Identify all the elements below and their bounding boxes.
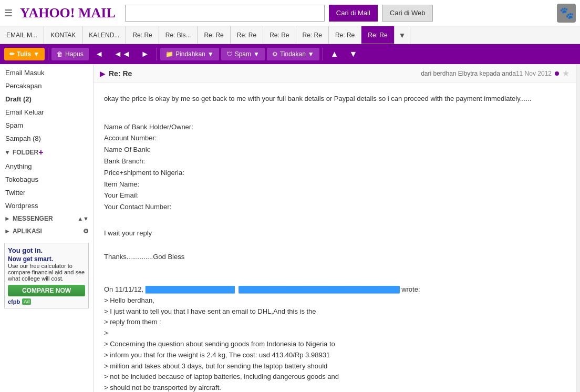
ad-text: Use our free calculator to compare finan… bbox=[8, 263, 85, 282]
tab-re-re-2[interactable]: Re: Re bbox=[198, 26, 230, 44]
down-button[interactable]: ▼ bbox=[345, 47, 362, 61]
email-area: ▶ Re: Re dari berdhan Elbytra kepada and… bbox=[94, 64, 576, 392]
sidebar-label-email-keluar: Email Keluar bbox=[5, 108, 44, 116]
shield-icon: 🛡 bbox=[226, 50, 233, 58]
compose-icon: ✏ bbox=[9, 50, 15, 58]
quote-line-3: > reply from them : bbox=[104, 317, 565, 328]
aplikasi-settings-icon[interactable]: ⚙ bbox=[83, 228, 89, 235]
gear-icon: ⚙ bbox=[272, 50, 278, 58]
ad-title: You got in. bbox=[8, 246, 85, 254]
move-button[interactable]: 📁 Pindahkan ▼ bbox=[160, 48, 219, 60]
tab-re-re-6[interactable]: Re: Re bbox=[329, 26, 361, 44]
tab-kalend[interactable]: KALEND... bbox=[82, 26, 126, 44]
search-mail-button[interactable]: Cari di Mail bbox=[329, 5, 378, 22]
messenger-section-label: MESSENGER bbox=[13, 215, 53, 222]
sidebar-label-anything: Anything bbox=[5, 162, 32, 170]
sidebar-label-wordpress: Wordpress bbox=[5, 202, 38, 210]
sidebar-label-percakapan: Percakapan bbox=[5, 82, 42, 90]
sidebar-item-anything[interactable]: Anything bbox=[0, 160, 93, 173]
quote-wrote: wrote: bbox=[401, 285, 420, 293]
compose-button[interactable]: ✏ Tulis ▼ bbox=[4, 48, 45, 60]
hamburger-icon[interactable]: ☰ bbox=[4, 7, 13, 19]
header: ☰ YAHOO! MAIL Cari di Mail Cari di Web 🐾 bbox=[0, 0, 580, 26]
sidebar-item-draft[interactable]: Draft (2) bbox=[0, 92, 93, 106]
up-button[interactable]: ▲ bbox=[326, 47, 343, 61]
messenger-section[interactable]: ► MESSENGER ▲▼ bbox=[0, 212, 93, 225]
field-price-shipment: Price+shipment to Nigeria: bbox=[104, 168, 565, 179]
tab-email-masuk[interactable]: EMAIL M... bbox=[0, 26, 44, 44]
quote-line-6: > inform you that for the weight is 2.4 … bbox=[104, 350, 565, 361]
sidebar-label-spam: Spam bbox=[5, 121, 23, 129]
back-all-button[interactable]: ◄◄ bbox=[110, 47, 135, 61]
quote-line-5: > Concerning the question about sending … bbox=[104, 339, 565, 350]
sidebar-item-email-masuk[interactable]: Email Masuk bbox=[0, 66, 93, 79]
tab-re-re-1[interactable]: Re: Re bbox=[126, 26, 159, 44]
email-quote: On 11/11/12, ████████████████████ ██████… bbox=[104, 284, 565, 392]
cfpb-row: cfpb Ad bbox=[8, 298, 85, 305]
tabs-row: EMAIL M... KONTAK KALEND... Re: Re Re: B… bbox=[0, 26, 580, 44]
sidebar-item-sampah[interactable]: Sampah (8) bbox=[0, 132, 93, 145]
main-layout: Email Masuk Percakapan Draft (2) Email K… bbox=[0, 64, 580, 392]
back-button[interactable]: ◄ bbox=[91, 47, 108, 61]
quote-line-2: > I just want to tell you that I have se… bbox=[104, 306, 565, 317]
quote-line-9: > should not be transported by aircraft. bbox=[104, 383, 565, 392]
folder-icon: 📁 bbox=[165, 50, 173, 58]
email-body-paragraph-1: okay the price is okay by me so get back… bbox=[104, 94, 565, 105]
tab-re-re-3[interactable]: Re: Re bbox=[231, 26, 263, 44]
tab-re-re-5[interactable]: Re: Re bbox=[296, 26, 329, 44]
ad-badge: Ad bbox=[22, 298, 31, 305]
quote-line-8: > not be included because of laptop batt… bbox=[104, 372, 565, 383]
tab-more-button[interactable]: ▼ bbox=[395, 26, 411, 44]
field-bank-branch: Bank Branch: bbox=[104, 156, 565, 167]
sidebar-item-spam[interactable]: Spam bbox=[0, 119, 93, 132]
sidebar-item-tokobagus[interactable]: Tokobagus bbox=[0, 173, 93, 186]
email-from: dari berdhan Elbytra kepada anda bbox=[421, 70, 516, 77]
quote-line-4: > bbox=[104, 328, 565, 339]
sidebar-item-wordpress[interactable]: Wordpress bbox=[0, 199, 93, 212]
trash-icon: 🗑 bbox=[57, 50, 63, 58]
field-bank-name: Name Of Bank: bbox=[104, 145, 565, 156]
email-header: ▶ Re: Re dari berdhan Elbytra kepada and… bbox=[94, 64, 576, 83]
field-email: Your Email: bbox=[104, 190, 565, 201]
toolbar: ✏ Tulis ▼ 🗑 Hapus ◄ ◄◄ ► 📁 Pindahkan ▼ 🛡… bbox=[0, 44, 580, 64]
aplikasi-section[interactable]: ► APLIKASI ⚙ bbox=[0, 225, 93, 238]
email-date-text: 11 Nov 2012 bbox=[516, 70, 552, 77]
tab-re-re-4[interactable]: Re: Re bbox=[263, 26, 296, 44]
sidebar-label-tokobagus: Tokobagus bbox=[5, 176, 38, 183]
toolbar-separator-3 bbox=[323, 48, 323, 60]
email-subject: Re: Re bbox=[109, 69, 417, 78]
spam-button[interactable]: 🛡 Spam ▼ bbox=[221, 48, 265, 60]
search-web-button[interactable]: Cari di Web bbox=[382, 5, 433, 22]
quote-line-7: > million and takes about 3 days, but fo… bbox=[104, 361, 565, 372]
email-body: okay the price is okay by me so get back… bbox=[94, 83, 576, 392]
folder-section[interactable]: ▼ FOLDER + bbox=[0, 145, 93, 160]
sidebar-label-draft: Draft (2) bbox=[5, 95, 32, 103]
quote-line-1: > Hello berdhan, bbox=[104, 295, 565, 306]
tab-kontak[interactable]: KONTAK bbox=[44, 26, 82, 44]
folder-arrow-icon: ▼ bbox=[4, 149, 11, 156]
sidebar-item-percakapan[interactable]: Percakapan bbox=[0, 79, 93, 92]
sidebar: Email Masuk Percakapan Draft (2) Email K… bbox=[0, 64, 94, 392]
sidebar-item-twitter[interactable]: Twitter bbox=[0, 186, 93, 199]
unread-dot-icon bbox=[555, 71, 559, 76]
star-icon[interactable]: ★ bbox=[562, 68, 569, 78]
compare-button[interactable]: COMPARE NOW bbox=[8, 285, 85, 296]
right-edge-panel[interactable] bbox=[576, 64, 580, 392]
search-input[interactable] bbox=[125, 5, 325, 22]
messenger-arrow-icon: ► bbox=[4, 215, 11, 222]
tab-re-re-active[interactable]: Re: Re bbox=[361, 26, 394, 44]
quote-header: On 11/11/12, ████████████████████ ██████… bbox=[104, 284, 565, 295]
folder-section-label: FOLDER bbox=[13, 149, 38, 156]
email-field-list: Name of Bank Holder/Owner: Account Numbe… bbox=[104, 122, 565, 213]
aplikasi-arrow-icon: ► bbox=[4, 228, 11, 235]
forward-button[interactable]: ► bbox=[137, 47, 153, 61]
field-item-name: Item Name: bbox=[104, 179, 565, 190]
yahoo-logo: YAHOO! MAIL bbox=[20, 5, 116, 21]
sidebar-item-email-keluar[interactable]: Email Keluar bbox=[0, 106, 93, 119]
action-button[interactable]: ⚙ Tindakan ▼ bbox=[267, 48, 319, 60]
quote-redacted-1: ████████████████████ bbox=[146, 286, 235, 293]
delete-button[interactable]: 🗑 Hapus bbox=[51, 48, 89, 60]
email-expand-icon[interactable]: ▶ bbox=[100, 69, 106, 78]
tab-re-bls[interactable]: Re: Bls... bbox=[159, 26, 198, 44]
folder-add-icon[interactable]: + bbox=[38, 148, 43, 157]
